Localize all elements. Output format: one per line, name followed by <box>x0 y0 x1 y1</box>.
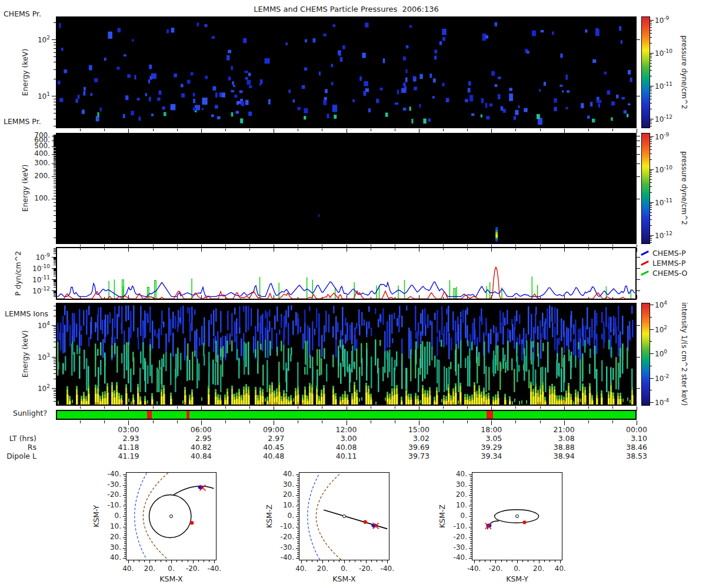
y-tick <box>54 62 56 62</box>
y-tick <box>123 558 126 559</box>
y-tick-label: -10. <box>439 522 467 530</box>
y-tick <box>54 164 56 165</box>
y-tick <box>297 502 299 502</box>
y-tick <box>470 480 472 481</box>
y-tick <box>637 388 640 389</box>
cb-tick <box>650 141 652 142</box>
y-tick <box>470 520 472 521</box>
y-tick <box>54 294 56 295</box>
y-tick <box>637 176 640 177</box>
y-tick-label: -30. <box>267 543 294 552</box>
y-tick <box>470 554 472 554</box>
y-tick <box>297 529 299 529</box>
y-tick <box>54 310 56 310</box>
x-tick <box>104 406 105 409</box>
cb-tick <box>650 179 652 180</box>
lemms-chems-dashboard: LEMMS and CHEMS Particle Pressures 2006:… <box>0 0 706 588</box>
x-tick <box>419 245 419 247</box>
y-tick-label: 100. <box>0 194 50 202</box>
y-tick <box>54 160 56 161</box>
y-tick-label: -10. <box>94 501 121 509</box>
y-tick <box>124 554 126 554</box>
y-tick <box>54 395 56 396</box>
cb-tick <box>650 192 652 193</box>
x-tick <box>274 245 274 247</box>
y-tick <box>54 265 56 265</box>
colorbar-title-pressure-top: pressure dyne/cm^2 <box>680 35 688 109</box>
cb-tick <box>650 176 652 177</box>
x-tick <box>153 406 154 409</box>
y-tick <box>296 506 299 506</box>
y-tick <box>54 188 56 188</box>
y-tick <box>124 520 126 521</box>
cb-tick <box>650 341 652 342</box>
y-tick <box>123 485 126 486</box>
x-tick <box>515 420 516 423</box>
x-tick <box>80 129 81 131</box>
y-tick <box>54 79 56 79</box>
x-tick <box>347 245 347 247</box>
cb-tick <box>650 93 652 93</box>
cb-tick <box>650 172 652 173</box>
x-tick <box>395 245 395 246</box>
y-tick <box>54 196 56 196</box>
x-tick <box>485 560 485 562</box>
x-tick <box>201 420 202 425</box>
y-tick <box>297 524 299 525</box>
cb-tick-label: 10-2 <box>655 373 669 383</box>
y-tick <box>296 548 299 549</box>
y-tick <box>54 161 56 162</box>
y-tick <box>470 489 472 490</box>
y-tick <box>54 250 56 251</box>
axis-value: 40.08 <box>310 443 357 452</box>
y-tick <box>470 546 472 546</box>
cb-tick <box>650 171 652 171</box>
row-label-rs: Rs <box>0 443 36 452</box>
cb-tick-label: 10-10 <box>655 48 672 58</box>
y-tick <box>637 154 640 155</box>
y-tick <box>54 263 56 263</box>
y-tick <box>54 249 56 250</box>
x-tick <box>522 560 523 562</box>
y-tick <box>470 500 472 500</box>
cb-tick <box>650 23 652 24</box>
y-tick <box>52 163 56 164</box>
x-tick <box>317 560 318 562</box>
y-tick <box>124 542 126 542</box>
cb-tick <box>650 91 652 91</box>
y-tick <box>637 325 640 326</box>
y-tick <box>54 248 56 249</box>
y-tick <box>469 495 472 496</box>
sunlight-off-segment <box>187 411 189 419</box>
cb-tick-label: 100 <box>655 349 667 358</box>
y-tick <box>54 156 56 156</box>
x-tick <box>104 129 105 131</box>
y-tick <box>54 144 56 145</box>
cb-tick <box>650 21 652 22</box>
y-tick <box>54 316 56 316</box>
y-tick <box>54 390 56 390</box>
x-tick-label: 40. <box>114 564 142 573</box>
y-tick <box>54 142 56 142</box>
y-tick <box>54 155 56 155</box>
y-tick <box>297 493 299 494</box>
x-tick <box>395 406 395 409</box>
x-tick <box>612 245 613 246</box>
y-tick-label: -30. <box>439 543 467 552</box>
x-tick <box>104 245 105 246</box>
cb-tick <box>650 205 652 206</box>
y-tick <box>54 347 56 348</box>
y-tick <box>54 281 56 282</box>
y-tick <box>54 332 56 333</box>
y-tick <box>54 358 56 359</box>
y-tick <box>123 506 126 506</box>
y-tick <box>54 282 56 282</box>
x-tick <box>540 406 541 409</box>
y-tick <box>124 493 126 494</box>
y-tick <box>470 529 472 529</box>
row-label-lt: LT (hrs) <box>0 434 36 443</box>
cb-tick-label: 104 <box>655 300 667 309</box>
page-title: LEMMS and CHEMS Particle Pressures 2006:… <box>56 5 637 14</box>
x-tick <box>144 560 145 562</box>
y-tick-label: -40. <box>94 470 121 478</box>
